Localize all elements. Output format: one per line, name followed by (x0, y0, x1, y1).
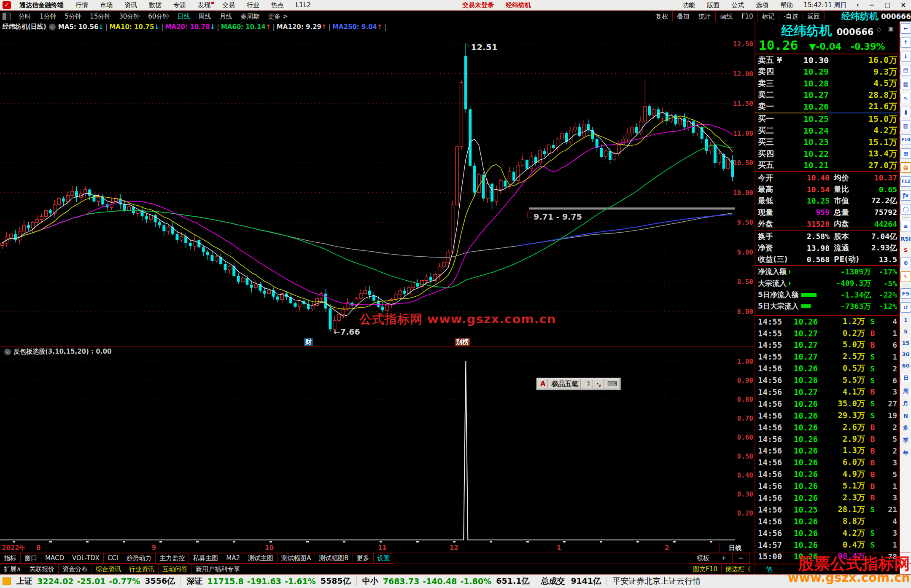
period-周线[interactable]: 周线 (194, 13, 215, 21)
period-5分钟[interactable]: 5分钟 (61, 13, 86, 21)
ime-punct-icon[interactable]: ·, (594, 379, 604, 389)
index-name[interactable]: 上证 (13, 576, 35, 587)
ext-tab-扩展∧[interactable]: 扩展∧ (0, 564, 25, 575)
tick-row[interactable]: 14:56 10.25 28.1万 S 21 (755, 504, 900, 516)
indicator-tab-VOL-TDX[interactable]: VOL-TDX (68, 553, 104, 564)
f12-icon[interactable]: F12 (900, 176, 911, 187)
event-badge-finance[interactable]: 财 (304, 338, 313, 346)
tick-list[interactable]: 14:55 10.26 1.2万 S 4 14:55 10.27 0.2万 B … (755, 316, 900, 563)
period-日线[interactable]: 日线 (173, 13, 194, 21)
ime-mode-icon[interactable]: ☽ (582, 379, 593, 389)
tick-row[interactable]: 14:56 10.26 2.3万 B 3 (755, 492, 900, 504)
tape-tab-笔[interactable]: 笔 (755, 564, 784, 575)
indicator-tab-CCI[interactable]: CCI (103, 553, 122, 564)
period-month[interactable]: 月 (903, 400, 908, 408)
ext-tab-新用户福利专享[interactable]: 新用户福利专享 (191, 564, 244, 575)
period-year[interactable]: 年 (903, 449, 908, 457)
menu-交易[interactable]: 交易 (216, 1, 241, 9)
order-book-row[interactable]: 卖二 10.27 28.8万 (755, 89, 900, 101)
period-多周期[interactable]: 多周期 (236, 13, 264, 21)
main-candle-chart[interactable]: 12.519.71 - 9.75←7.66财 别榜 公式指标网 www.gszx… (0, 32, 735, 346)
ime-name[interactable]: 极品五笔 (549, 379, 581, 389)
ime-letter-a[interactable]: A (538, 379, 548, 389)
period-n[interactable]: N (903, 413, 908, 419)
period-更多 >[interactable]: 更多 > (264, 13, 292, 21)
tick-row[interactable]: 14:56 10.26 2.6万 B 2 (755, 422, 900, 433)
menu-选项[interactable]: 选项 (750, 1, 774, 9)
menu-帮助[interactable]: 帮助 (774, 1, 799, 9)
tick-row[interactable]: 14:56 10.26 35.0万 S 27 (755, 398, 900, 410)
order-book-row[interactable]: 卖五 ¥ 10.30 16.0万 (755, 54, 900, 66)
tick-row[interactable]: 14:55 10.26 1.2万 S 4 (755, 316, 900, 328)
alert-text[interactable]: 经纬纺机 (500, 1, 537, 9)
circle-icon[interactable]: ◯ (900, 204, 911, 215)
period-15分钟[interactable]: 15分钟 (86, 13, 115, 21)
menu-专题[interactable]: 专题 (167, 1, 192, 9)
period-30min[interactable]: 30 (902, 351, 909, 357)
ext-tab-行业资讯[interactable]: 行业资讯 (125, 564, 159, 575)
period-1分钟[interactable]: 1分钟 (35, 13, 61, 21)
event-badge-list[interactable]: 别榜 (455, 338, 470, 346)
indicator-tab-更多[interactable]: 更多 (353, 553, 374, 564)
indicator-tab-测试幅图B[interactable]: 测试幅图B (315, 553, 353, 564)
menu-L1L2[interactable]: L1L2 (290, 1, 317, 9)
indicator-tab-测试幅图A[interactable]: 测试幅图A (277, 553, 315, 564)
order-book-row[interactable]: 卖三 10.28 4.5万 (755, 78, 900, 89)
tick-row[interactable]: 14:57 10.26 0.4万 S 1 (755, 539, 900, 551)
close-button[interactable]: × (895, 1, 911, 9)
tick-row[interactable]: 14:55 10.27 2.5万 S 1 (755, 351, 900, 362)
panel-btn-图文F10[interactable]: 图文F10 (689, 564, 722, 575)
indicator-tab-指标[interactable]: 指标 (0, 553, 21, 564)
template-btn-−[interactable]: − (732, 553, 750, 564)
tick-row[interactable]: 14:56 10.26 6.0万 B 3 (755, 456, 900, 468)
f10-icon[interactable]: F10 (900, 134, 911, 145)
ext-tab-互动问答[interactable]: 互动问答 (158, 564, 192, 575)
ext-tab-关联报价[interactable]: 关联报价 (25, 564, 59, 575)
ext-tab-综合资讯[interactable]: 综合资讯 (92, 564, 125, 575)
tick-row[interactable]: 14:55 10.27 5.0万 B 6 (755, 339, 900, 351)
tick-row[interactable]: 14:56 10.26 29.3万 S 19 (755, 410, 900, 422)
order-book-row[interactable]: 卖一 10.26 21.6万 (755, 101, 900, 113)
kline-icon[interactable]: ▮ (900, 107, 911, 117)
period-月线[interactable]: 月线 (215, 13, 236, 21)
collapse-chevron-icon[interactable]: ⌄ (4, 349, 11, 355)
menu-行情[interactable]: 行情 (70, 1, 94, 9)
restore-button[interactable]: ▢ (879, 1, 895, 9)
alert-text[interactable]: 交易未登录 (456, 1, 500, 9)
order-book-row[interactable]: 买二 10.24 4.2万 (755, 125, 900, 137)
period-1min[interactable]: 1 (904, 317, 908, 323)
panel-btn-侧边栏《[interactable]: 侧边栏《 (721, 564, 755, 575)
order-book-row[interactable]: 买四 10.22 13.4万 (755, 148, 900, 160)
market-icon[interactable] (3, 577, 11, 585)
template-btn-模板[interactable]: 模板 (691, 553, 715, 564)
toolbtn-统计[interactable]: 统计 (694, 11, 716, 21)
indicator-tab-窗口[interactable]: 窗口 (20, 553, 41, 564)
order-book-row[interactable]: 买三 10.23 15.1万 (755, 137, 900, 148)
draw-pencil-icon[interactable]: ✎ (900, 271, 911, 282)
tick-row[interactable]: 14:56 10.27 4.1万 B 3 (755, 386, 900, 398)
back-arrow-icon[interactable]: ← (900, 23, 911, 34)
index-name[interactable]: 中小 (359, 576, 381, 587)
toolbtn--自选[interactable]: -自选 (779, 11, 803, 21)
menu-数据[interactable]: 数据 (143, 1, 167, 9)
tick-row[interactable]: 14:56 10.26 5.5万 S 6 (755, 374, 900, 386)
toolbtn-画线[interactable]: 画线 (715, 11, 737, 21)
layout-icon[interactable] (3, 13, 11, 20)
collapse-button[interactable]: ‹ (851, 1, 864, 9)
ime-keyboard-icon[interactable]: ⌨ (605, 379, 620, 389)
down-arrow-icon[interactable]: ↓ (900, 51, 911, 62)
order-book-row[interactable]: 买五 10.21 27.0万 (755, 160, 900, 172)
quote-grid-icon[interactable]: ▦ (900, 79, 911, 89)
toolbtn-复权[interactable]: 复权 (651, 11, 673, 21)
indicator-tab-设置[interactable]: 设置 (373, 553, 394, 564)
indicator-tab-私募主图[interactable]: 私募主图 (189, 553, 222, 564)
trend-line-icon[interactable]: ∿ (900, 93, 911, 103)
indicator-tab-MACD[interactable]: MACD (41, 553, 68, 564)
up-arrow-icon[interactable]: ↑ (900, 37, 911, 48)
indicator-tab-趋势动力[interactable]: 趋势动力 (122, 553, 156, 564)
tick-row[interactable]: 14:55 10.27 0.2万 B 1 (755, 328, 900, 339)
self-select-icon[interactable]: 自 (900, 162, 911, 173)
period-60min[interactable]: 60 (902, 362, 909, 369)
panel-corner-icons[interactable]: ◇ ▣ (877, 26, 896, 32)
minimize-button[interactable]: − (864, 1, 880, 9)
